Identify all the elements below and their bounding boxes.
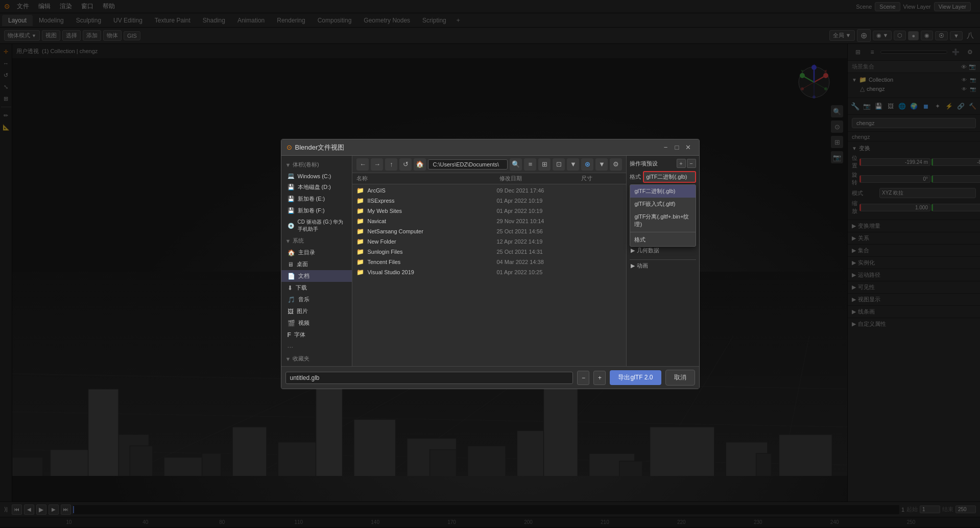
folder-icon-2: 📁 [356,207,364,214]
file-dialog-overlay: ⊙ Blender文件视图 − □ ✕ ▼ 体积(卷标) 💻 Windows (… [0,0,980,528]
volume-c[interactable]: 💻 Windows (C:) [281,171,352,181]
export-button[interactable]: 导出glTF 2.0 [610,370,661,385]
volume-e[interactable]: 💾 新加卷 (E:) [281,193,352,205]
file-date-8: 01 Apr 2022 10:25 [496,269,578,275]
col-size-header[interactable]: 尺寸 [581,175,622,182]
filter-icon[interactable]: ⊛ [581,158,593,171]
file-dialog-options: 操作项预设 + − 格式 glTF二进制(.glb) glTF二进制(.glb) [626,156,699,366]
file-name-2: My Web Sites [367,208,493,214]
volume-g[interactable]: 💿 CD 驱动器 (G:) 华为手机助手 [281,217,352,235]
music-icon: 🎵 [288,296,295,303]
volumes-expand-icon: ▼ [285,162,291,168]
file-date-5: 12 Apr 2022 14:19 [496,238,578,245]
file-name-3: Navicat [367,218,493,224]
drive-c-icon: 💻 [288,173,295,179]
pictures-icon: 🖼 [288,308,294,315]
system-label: 系统 [293,237,304,245]
documents-icon: 📄 [288,273,295,280]
drive-e-icon: 💾 [288,196,295,202]
file-row-2[interactable]: 📁 My Web Sites 01 Apr 2022 10:19 [352,206,626,216]
forward-btn[interactable]: → [371,158,383,171]
file-row-0[interactable]: 📁 ArcGIS 09 Dec 2021 17:46 [352,185,626,196]
file-row-8[interactable]: 📁 Visual Studio 2019 01 Apr 2022 10:25 [352,267,626,277]
view-grid-icon[interactable]: ⊞ [538,158,551,171]
file-row-7[interactable]: 📁 Tencent Files 04 Mar 2022 14:38 [352,257,626,267]
options-header: 操作项预设 + − [630,159,696,168]
cancel-button[interactable]: 取消 [665,370,695,386]
view-list-icon[interactable]: ≡ [524,158,536,171]
system-desktop[interactable]: 🖥 桌面 [281,258,352,270]
options-remove-btn[interactable]: − [687,159,696,168]
volume-d[interactable]: 💾 本地磁盘 (D:) [281,181,352,193]
system-documents[interactable]: 📄 文档 [281,270,352,282]
format-select[interactable]: glTF二进制(.glb) [643,171,696,183]
file-date-7: 04 Mar 2022 14:38 [496,259,578,265]
file-dialog-toolbar: ← → ↑ ↺ 🏠 🔍 ≡ ⊞ ⊡ ▼ ⊛ ▼ ⚙ [352,156,626,173]
system-home[interactable]: 🏠 主目录 [281,247,352,258]
volume-d-label: 本地磁盘 (D:) [298,183,331,191]
system-fonts[interactable]: F 字体 [281,329,352,341]
file-dialog-sidebar: ▼ 体积(卷标) 💻 Windows (C:) 💾 本地磁盘 (D:) 💾 新加… [281,156,353,366]
dialog-maximize-btn[interactable]: □ [672,142,683,153]
system-more[interactable]: ··· [281,341,352,353]
blender-logo-dialog: ⊙ [286,143,292,151]
more-icon: ··· [288,343,294,351]
format-row: 格式 glTF二进制(.glb) [630,171,696,183]
filter-options-icon[interactable]: ▼ [595,158,608,171]
file-row-3[interactable]: 📁 Navicat 29 Nov 2021 10:14 [352,216,626,226]
file-row-5[interactable]: 📁 New Folder 12 Apr 2022 14:19 [352,236,626,247]
up-btn[interactable]: ↑ [385,158,397,171]
refresh-btn[interactable]: ↺ [399,158,412,171]
options-action-btns: + − [677,159,696,168]
back-btn[interactable]: ← [356,158,369,171]
system-header[interactable]: ▼ 系统 [281,235,352,247]
system-downloads[interactable]: ⬇ 下载 [281,282,352,294]
bookmarks-label: 收藏夹 [293,355,309,363]
volumes-header[interactable]: ▼ 体积(卷标) [281,159,352,171]
view-thumbs-icon[interactable]: ⊡ [553,158,565,171]
format-option-format[interactable]: 格式 [630,233,695,246]
path-bar[interactable] [428,159,508,170]
documents-label: 文档 [298,272,309,280]
format-option-glb[interactable]: glTF二进制(.glb) [630,185,695,198]
options-add-btn[interactable]: + [677,159,686,168]
col-name-header[interactable]: 名称 [356,175,499,182]
dialog-minimize-btn[interactable]: − [660,142,672,153]
search-icon[interactable]: 🔍 [510,158,522,171]
file-row-4[interactable]: 📁 NetSarsang Computer 25 Oct 2021 14:56 [352,226,626,236]
file-date-6: 25 Oct 2021 14:31 [496,249,578,255]
folder-icon-3: 📁 [356,218,364,225]
filename-minus-btn[interactable]: − [577,371,589,385]
system-pictures[interactable]: 🖼 图片 [281,305,352,317]
volume-f[interactable]: 💾 新加卷 (F:) [281,205,352,217]
format-option-gltf-separate[interactable]: glTF分离(.gltf+.bin+纹理) [630,210,695,231]
file-row-6[interactable]: 📁 Sunlogin Files 25 Oct 2021 14:31 [352,247,626,257]
geometry-expand-icon: ▶ [631,247,635,254]
animation-section[interactable]: ▶ 动画 [630,259,696,272]
desktop-label: 桌面 [297,260,308,268]
col-date-header[interactable]: 修改日期 [499,175,581,182]
animation-expand-icon: ▶ [631,262,635,269]
dialog-close-btn[interactable]: ✕ [683,142,694,153]
file-name-4: NetSarsang Computer [367,228,493,234]
filename-input[interactable] [285,372,573,384]
bookmarks-header[interactable]: ▼ 收藏夹 [281,353,352,365]
fonts-label: 字体 [294,331,305,339]
folder-icon-1: 📁 [356,197,364,204]
file-dialog: ⊙ Blender文件视图 − □ ✕ ▼ 体积(卷标) 💻 Windows (… [281,139,700,389]
system-music[interactable]: 🎵 音乐 [281,294,352,305]
system-videos[interactable]: 🎬 视频 [281,317,352,329]
file-row-1[interactable]: 📁 IISExpress 01 Apr 2022 10:19 [352,196,626,206]
folder-icon-0: 📁 [356,187,364,194]
file-list-headers: 名称 修改日期 尺寸 [352,173,626,184]
view-options-icon[interactable]: ▼ [567,158,579,171]
file-dialog-body: ▼ 体积(卷标) 💻 Windows (C:) 💾 本地磁盘 (D:) 💾 新加… [281,156,699,366]
format-option-gltf-embedded[interactable]: glTF嵌入式(.gltf) [630,198,695,210]
home-nav-icon[interactable]: 🏠 [414,158,426,171]
options-title: 操作项预设 [630,160,658,167]
home-label: 主目录 [298,249,315,256]
volume-f-label: 新加卷 (F:) [298,207,325,214]
filename-plus-btn[interactable]: + [593,371,606,385]
new-folder-icon[interactable]: ⚙ [610,158,622,171]
file-name-7: Tencent Files [367,259,493,265]
